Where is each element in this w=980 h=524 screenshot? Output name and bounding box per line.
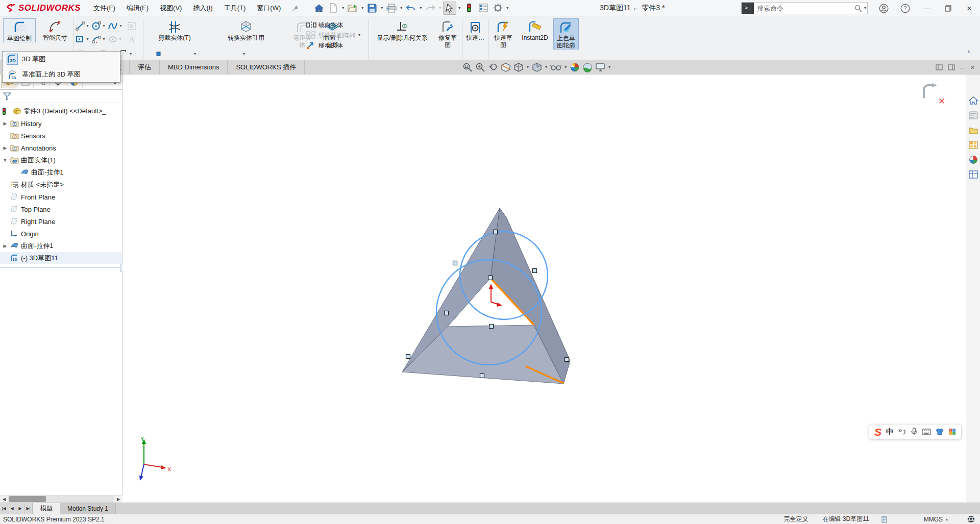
taskpane-appearances-icon[interactable] bbox=[968, 154, 979, 165]
tree-item-surface-bodies[interactable]: ▼ 曲面实体(1) bbox=[0, 154, 122, 166]
sketch-point[interactable] bbox=[565, 358, 569, 362]
filter-input[interactable] bbox=[14, 92, 119, 101]
circle-tool-icon[interactable] bbox=[92, 21, 101, 31]
tree-root-part[interactable]: 零件3 (Default) <<Default>_ bbox=[0, 105, 122, 117]
menu-tools[interactable]: 工具(T) bbox=[218, 4, 252, 13]
sketch-point[interactable] bbox=[480, 374, 484, 378]
scrollbar-thumb[interactable] bbox=[9, 496, 46, 502]
chevron-down-icon[interactable]: ▾ bbox=[564, 65, 568, 69]
sketch-point[interactable] bbox=[406, 355, 410, 359]
taskpane-custom-properties-icon[interactable] bbox=[968, 169, 979, 180]
taskpane-home-icon[interactable] bbox=[968, 95, 979, 106]
sketch-point[interactable] bbox=[488, 276, 493, 280]
chevron-down-icon[interactable]: ▾ bbox=[419, 6, 423, 10]
menu-insert[interactable]: 插入(I) bbox=[187, 4, 218, 13]
ime-language-mode[interactable]: 中 bbox=[886, 427, 894, 437]
chevron-down-icon[interactable]: ▾ bbox=[193, 52, 197, 56]
home-icon[interactable] bbox=[312, 2, 326, 15]
arc-tool-icon[interactable] bbox=[92, 35, 101, 44]
units-selector[interactable]: MMGS ▴ bbox=[924, 516, 949, 523]
rebuild-traffic-light-icon[interactable] bbox=[462, 2, 476, 15]
chevron-down-icon[interactable]: ▾ bbox=[102, 37, 106, 41]
quick-snaps-button[interactable]: 快速… bbox=[464, 18, 486, 41]
expand-arrow-icon[interactable]: ▼ bbox=[2, 158, 8, 163]
view-orientation-icon[interactable] bbox=[513, 61, 524, 73]
tree-item-3d-sketch[interactable]: 3D (-) 3D草图11 bbox=[0, 252, 122, 264]
scrollbar-track[interactable] bbox=[8, 495, 114, 503]
ime-mic-icon[interactable] bbox=[911, 428, 917, 436]
repair-sketch-button[interactable]: 修复草 图 bbox=[434, 18, 461, 48]
convert-entities-button[interactable]: 转换实体引用 bbox=[205, 18, 287, 41]
tree-item-surface-extrude-body[interactable]: 曲面-拉伸1 bbox=[0, 166, 122, 179]
chevron-down-icon[interactable]: ▾ bbox=[380, 6, 384, 10]
chevron-down-icon[interactable]: ▾ bbox=[544, 65, 548, 69]
ime-keyboard-icon[interactable] bbox=[922, 429, 931, 435]
close-window-icon[interactable]: ✕ bbox=[959, 0, 980, 16]
shaded-sketch-contours-button[interactable]: 上色草 图轮廓 bbox=[553, 18, 579, 49]
expand-arrow-icon[interactable]: ▶ bbox=[2, 243, 8, 248]
minimize-window-icon[interactable]: — bbox=[916, 0, 937, 16]
exit-sketch-icon[interactable] bbox=[921, 83, 939, 100]
tree-item-origin[interactable]: Origin bbox=[0, 228, 122, 240]
tab-motion-study[interactable]: Motion Study 1 bbox=[60, 503, 116, 514]
chevron-down-icon[interactable]: ▾ bbox=[102, 24, 106, 28]
apply-scene-icon[interactable] bbox=[582, 61, 593, 73]
zoom-fit-icon[interactable] bbox=[462, 61, 473, 73]
tree-item-history[interactable]: ▶ History bbox=[0, 117, 122, 130]
cancel-sketch-icon[interactable]: ✕ bbox=[938, 96, 945, 107]
help-icon[interactable]: ? bbox=[894, 0, 916, 16]
chevron-down-icon[interactable]: ▾ bbox=[526, 65, 530, 69]
minimize-pane-icon[interactable]: — bbox=[960, 65, 965, 70]
tree-item-right-plane[interactable]: Right Plane bbox=[0, 215, 122, 228]
taskpane-view-palette-icon[interactable] bbox=[968, 139, 979, 151]
search-input[interactable] bbox=[754, 5, 853, 12]
section-view-icon[interactable] bbox=[500, 61, 511, 73]
chevron-down-icon[interactable]: ▾ bbox=[341, 6, 345, 10]
ime-skin-icon[interactable] bbox=[936, 428, 944, 435]
chevron-down-icon[interactable]: ▾ bbox=[360, 6, 364, 10]
print-icon[interactable] bbox=[385, 2, 398, 15]
sketch-point[interactable] bbox=[453, 261, 457, 265]
previous-view-icon[interactable] bbox=[487, 61, 499, 73]
tree-item-top-plane[interactable]: Top Plane bbox=[0, 203, 122, 215]
sketch-point[interactable] bbox=[489, 325, 494, 329]
ime-logo[interactable]: S bbox=[874, 427, 881, 437]
hide-show-items-icon[interactable] bbox=[550, 61, 562, 73]
view-settings-icon[interactable] bbox=[595, 61, 606, 73]
expand-arrow-icon[interactable]: ▶ bbox=[2, 145, 8, 151]
undo-icon[interactable] bbox=[404, 2, 418, 15]
mirror-entities-button[interactable]: 镜向实体 bbox=[306, 20, 343, 30]
tab-evaluate[interactable]: 评估 bbox=[130, 60, 160, 74]
chevron-down-icon[interactable]: ▾ bbox=[85, 24, 89, 28]
ime-toolbox-icon[interactable] bbox=[948, 428, 956, 436]
sketch-point[interactable] bbox=[533, 269, 537, 273]
taskpane-resources-icon[interactable] bbox=[968, 110, 979, 121]
pin-menu-icon[interactable] bbox=[291, 5, 299, 12]
chevron-down-icon[interactable]: ▾ bbox=[118, 24, 122, 28]
tree-item-sensors[interactable]: Sensors bbox=[0, 130, 122, 142]
language-indicator-icon[interactable] bbox=[967, 515, 975, 523]
scroll-right-icon[interactable]: ▶ bbox=[114, 495, 122, 503]
scroll-left-icon[interactable]: ◀ bbox=[0, 495, 8, 503]
point-tool-icon[interactable] bbox=[156, 52, 161, 56]
tree-item-material[interactable]: 材质 <未指定> bbox=[0, 179, 122, 191]
tab-mbd-dimensions[interactable]: MBD Dimensions bbox=[160, 60, 228, 74]
tab-model[interactable]: 模型 bbox=[33, 503, 60, 514]
chevron-down-icon[interactable]: ▾ bbox=[505, 6, 509, 10]
close-pane-icon[interactable]: ✕ bbox=[970, 64, 975, 71]
menu-edit[interactable]: 编辑(E) bbox=[121, 4, 154, 13]
menu-file[interactable]: 文件(F) bbox=[88, 4, 121, 13]
tree-item-front-plane[interactable]: Front Plane bbox=[0, 191, 122, 203]
trim-entities-button[interactable]: 剪裁实体(T) bbox=[146, 18, 203, 41]
spline-tool-icon[interactable] bbox=[108, 21, 118, 31]
units-dropdown-icon[interactable]: ▴ bbox=[945, 517, 949, 521]
taskpane-file-explorer-icon[interactable] bbox=[968, 124, 979, 136]
rectangle-tool-icon[interactable] bbox=[76, 35, 85, 44]
tree-item-annotations[interactable]: ▶ A Annotations bbox=[0, 142, 122, 154]
sketch-point[interactable] bbox=[494, 230, 498, 234]
sketch-point[interactable] bbox=[445, 311, 449, 315]
chevron-down-icon[interactable]: ▾ bbox=[129, 52, 133, 56]
search-icon[interactable] bbox=[853, 5, 863, 12]
settings-gear-icon[interactable] bbox=[491, 2, 504, 15]
save-icon[interactable] bbox=[365, 2, 379, 15]
